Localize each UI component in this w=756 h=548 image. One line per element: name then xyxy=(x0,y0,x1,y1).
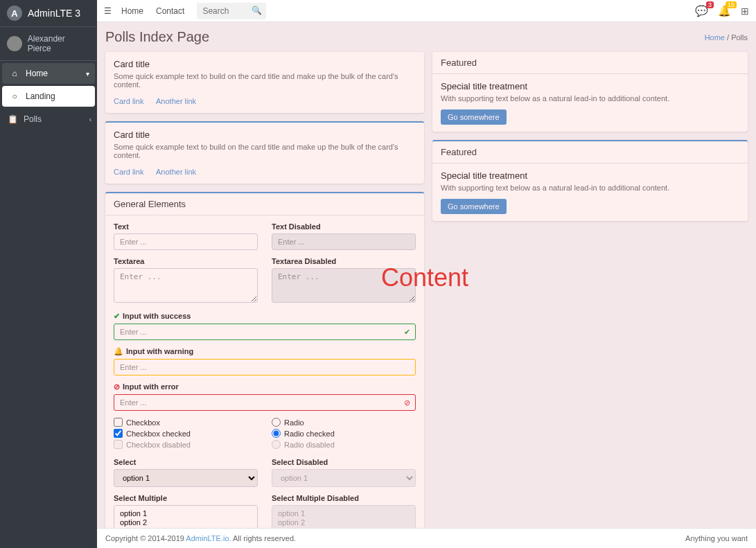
messages-icon[interactable]: 💬3 xyxy=(695,5,708,17)
breadcrumb: Home / Polls xyxy=(705,33,748,42)
checkbox-row[interactable]: Checkbox xyxy=(114,418,258,427)
input-success[interactable] xyxy=(114,324,416,340)
sidebar-item-home[interactable]: ⌂ Home ▾ xyxy=(2,63,95,84)
avatar xyxy=(7,36,22,51)
card-link[interactable]: Card link xyxy=(114,97,143,105)
search-wrap: 🔍 xyxy=(197,3,266,19)
sidebar-item-label: Home xyxy=(26,69,48,78)
card-text: With supporting text below as a natural … xyxy=(441,184,739,192)
brand[interactable]: A AdminLTE 3 xyxy=(0,0,97,27)
nav-link-contact[interactable]: Contact xyxy=(156,6,184,16)
card-text: Some quick example text to build on the … xyxy=(114,143,416,159)
page-title: Polls Index Page xyxy=(105,29,209,45)
radio-checked-input[interactable] xyxy=(272,429,281,438)
text-label: Text xyxy=(114,222,258,231)
radio-input[interactable] xyxy=(272,418,281,427)
checkbox-checked-input[interactable] xyxy=(114,429,123,438)
card-text: With supporting text below as a natural … xyxy=(441,94,739,103)
checkbox-disabled-row: Checkbox disabled xyxy=(114,440,258,449)
circle-icon: ○ xyxy=(9,91,20,101)
card-title: Special title treatment xyxy=(441,81,739,91)
error-icon: ⊘ xyxy=(404,398,410,407)
fullscreen-icon[interactable]: ⊞ xyxy=(741,6,749,17)
card-header: Featured xyxy=(432,52,748,74)
check-icon: ✔ xyxy=(114,312,120,320)
card-title: Card title xyxy=(114,130,416,140)
radio-disabled-input xyxy=(272,440,281,449)
text-input[interactable] xyxy=(114,233,258,250)
content-wrapper: Polls Index Page Home / Polls Card title… xyxy=(97,22,756,548)
brand-name: AdminLTE 3 xyxy=(28,8,80,19)
notifications-icon[interactable]: 🔔15 xyxy=(718,5,731,17)
search-icon[interactable]: 🔍 xyxy=(252,6,262,15)
input-success-label: ✔Input with success xyxy=(114,312,416,321)
home-icon: ⌂ xyxy=(9,69,20,78)
input-error[interactable] xyxy=(114,394,416,411)
input-error-label: ⊘Input with error xyxy=(114,382,416,391)
nav-link-home[interactable]: Home xyxy=(121,6,143,16)
checkbox-checked-row[interactable]: Checkbox checked xyxy=(114,429,258,438)
check-icon: ✔ xyxy=(404,328,410,337)
sidebar: A AdminLTE 3 Alexander Pierce ⌂ Home ▾ ○… xyxy=(0,0,97,548)
user-name: Alexander Pierce xyxy=(28,34,90,53)
sidebar-item-landing[interactable]: ○ Landing xyxy=(2,86,95,107)
input-warning[interactable] xyxy=(114,359,416,375)
select-multiple-disabled-label: Select Multiple Disabled xyxy=(272,494,416,502)
go-somewhere-button[interactable]: Go somewhere xyxy=(441,109,507,125)
radio-row[interactable]: Radio xyxy=(272,418,416,427)
textarea-disabled-label: Textarea Disabled xyxy=(272,257,416,265)
card-left-1: Card title Some quick example text to bu… xyxy=(105,52,424,113)
copyright-link[interactable]: AdminLTE.io. xyxy=(186,534,231,542)
error-icon: ⊘ xyxy=(114,382,120,391)
radio-disabled-row: Radio disabled xyxy=(272,440,416,449)
notifications-badge: 15 xyxy=(726,1,737,8)
top-nav: ☰ Home Contact 🔍 💬3 🔔15 ⊞ xyxy=(97,0,756,22)
textarea-input[interactable] xyxy=(114,268,258,303)
footer: Copyright © 2014-2019 AdminLTE.io. All r… xyxy=(97,528,756,548)
card-left-2: Card title Some quick example text to bu… xyxy=(105,121,424,184)
card-title: Card title xyxy=(114,59,416,69)
textarea-input-disabled xyxy=(272,268,416,303)
card-link[interactable]: Card link xyxy=(114,168,143,176)
messages-badge: 3 xyxy=(706,1,714,8)
form-card: General Elements Text Text Disabled xyxy=(105,192,424,548)
copyright-suffix: All rights reserved. xyxy=(231,534,297,542)
card-title: Special title treatment xyxy=(441,170,739,181)
select-disabled-label: Select Disabled xyxy=(272,458,416,466)
footer-right: Anything you want xyxy=(685,534,748,542)
sidebar-item-polls[interactable]: 📋 Polls ‹ xyxy=(0,109,97,130)
checkbox-input[interactable] xyxy=(114,418,123,427)
menu-toggle-icon[interactable]: ☰ xyxy=(104,6,112,16)
clipboard-icon: 📋 xyxy=(7,114,18,124)
sidebar-item-label: Landing xyxy=(26,91,55,101)
radio-checked-row[interactable]: Radio checked xyxy=(272,429,416,438)
brand-logo-icon: A xyxy=(7,6,22,21)
text-disabled-label: Text Disabled xyxy=(272,222,416,231)
select-multiple-label: Select Multiple xyxy=(114,494,258,502)
select-input-disabled: option 1option 2option 3option 4option 5 xyxy=(272,469,416,487)
text-input-disabled xyxy=(272,233,416,250)
breadcrumb-home[interactable]: Home xyxy=(705,33,725,42)
chevron-left-icon: ‹ xyxy=(89,116,91,123)
card-link[interactable]: Another link xyxy=(156,97,196,105)
breadcrumb-current: Polls xyxy=(731,33,748,42)
go-somewhere-button[interactable]: Go somewhere xyxy=(441,199,507,214)
form-card-header: General Elements xyxy=(105,193,424,215)
textarea-label: Textarea xyxy=(114,257,258,265)
input-warning-label: 🔔Input with warning xyxy=(114,347,416,356)
user-panel[interactable]: Alexander Pierce xyxy=(0,27,97,61)
select-label: Select xyxy=(114,458,258,466)
main: ☰ Home Contact 🔍 💬3 🔔15 ⊞ Polls Index Pa… xyxy=(97,0,756,548)
card-text: Some quick example text to build on the … xyxy=(114,72,416,89)
card-right-2: Featured Special title treatment With su… xyxy=(432,140,748,221)
checkbox-disabled-input xyxy=(114,440,123,449)
card-link[interactable]: Another link xyxy=(156,168,196,176)
sidebar-item-label: Polls xyxy=(24,114,42,124)
card-right-1: Featured Special title treatment With su… xyxy=(432,52,748,132)
card-header: Featured xyxy=(432,141,748,163)
bell-icon: 🔔 xyxy=(114,347,123,355)
chevron-down-icon: ▾ xyxy=(86,70,89,78)
copyright-prefix: Copyright © 2014-2019 xyxy=(105,534,186,542)
page-header: Polls Index Page Home / Polls xyxy=(105,29,748,45)
select-input[interactable]: option 1option 2option 3option 4option 5 xyxy=(114,469,258,487)
